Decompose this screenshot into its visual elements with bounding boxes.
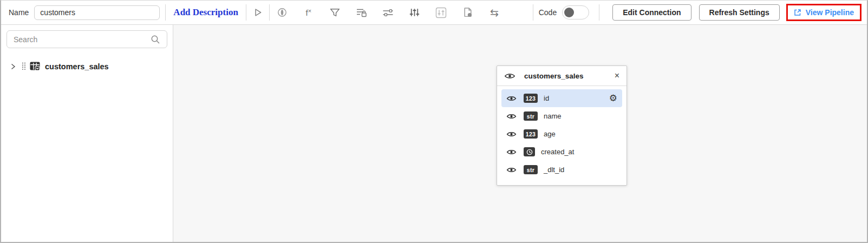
number-badge: 123 bbox=[524, 129, 538, 139]
column-row-id[interactable]: 123 id ⚙ bbox=[501, 89, 622, 107]
chevron-right-icon[interactable] bbox=[10, 63, 16, 70]
code-label: Code bbox=[539, 8, 557, 17]
horizontal-sliders-icon[interactable] bbox=[382, 6, 394, 18]
divider bbox=[246, 4, 246, 21]
eye-icon[interactable] bbox=[506, 130, 517, 138]
sidebar-item-customers-sales[interactable]: customers_sales bbox=[1, 62, 173, 71]
locked-list-icon[interactable] bbox=[356, 6, 368, 18]
tree-item-label: customers_sales bbox=[45, 62, 109, 71]
string-badge: str bbox=[524, 111, 538, 121]
divider bbox=[599, 4, 599, 21]
eye-icon[interactable] bbox=[504, 72, 515, 80]
column-row-age[interactable]: 123 age bbox=[501, 125, 622, 143]
string-badge: str bbox=[524, 165, 538, 174]
refresh-settings-button[interactable]: Refresh Settings bbox=[699, 4, 780, 21]
fx-glyph: f× bbox=[306, 8, 312, 17]
toggle-knob bbox=[564, 8, 574, 17]
eye-icon[interactable] bbox=[506, 148, 517, 156]
external-link-icon bbox=[794, 9, 801, 16]
app-window: Name Add Description f× bbox=[0, 0, 868, 243]
column-name: age bbox=[544, 130, 556, 138]
column-row-created-at[interactable]: created_at bbox=[501, 143, 622, 161]
code-toggle[interactable] bbox=[562, 5, 589, 19]
contrast-icon[interactable] bbox=[276, 6, 288, 18]
number-badge: 123 bbox=[524, 94, 538, 103]
column-name: id bbox=[544, 94, 549, 102]
toolbar-right: Code Edit Connection Refresh Settings Vi… bbox=[527, 4, 867, 21]
edit-connection-button[interactable]: Edit Connection bbox=[612, 4, 691, 21]
column-name: created_at bbox=[541, 148, 574, 156]
canvas[interactable]: customers_sales × 123 id ⚙ bbox=[173, 25, 867, 242]
column-name: name bbox=[544, 112, 562, 120]
annotation-highlight-box: View Pipeline bbox=[786, 4, 862, 21]
search-box bbox=[6, 30, 167, 48]
close-icon[interactable]: × bbox=[615, 71, 619, 80]
play-icon[interactable] bbox=[252, 6, 264, 18]
panel-title: customers_sales bbox=[524, 72, 584, 80]
swap-icon[interactable]: ⇆ bbox=[488, 6, 500, 18]
column-name: _dlt_id bbox=[544, 166, 564, 174]
table-icon bbox=[30, 62, 40, 71]
name-input[interactable] bbox=[34, 5, 160, 20]
boxed-sliders-icon[interactable] bbox=[435, 6, 447, 18]
toolbar: Name Add Description f× bbox=[1, 1, 867, 25]
main-area: customers_sales customers_sales × bbox=[1, 25, 867, 242]
eye-icon[interactable] bbox=[506, 166, 517, 174]
eye-icon[interactable] bbox=[506, 113, 517, 120]
divider bbox=[165, 4, 166, 21]
column-row-name[interactable]: str name bbox=[501, 107, 622, 125]
divider bbox=[533, 4, 533, 21]
filter-icon[interactable] bbox=[329, 6, 341, 18]
vertical-sliders-icon[interactable] bbox=[409, 6, 421, 18]
swap-glyph: ⇆ bbox=[490, 8, 499, 18]
add-description-link[interactable]: Add Description bbox=[173, 7, 238, 18]
panel-rows: 123 id ⚙ str name bbox=[497, 86, 626, 185]
divider bbox=[269, 4, 270, 21]
code-toggle-group: Code bbox=[539, 5, 589, 19]
search-input[interactable] bbox=[14, 35, 151, 44]
transform-icon-group: f× bbox=[276, 6, 500, 18]
formula-icon[interactable]: f× bbox=[303, 6, 315, 18]
view-pipeline-link[interactable]: View Pipeline bbox=[806, 8, 854, 17]
columns-panel: customers_sales × 123 id ⚙ bbox=[497, 65, 627, 186]
sidebar: customers_sales bbox=[1, 25, 173, 242]
panel-header: customers_sales × bbox=[497, 66, 626, 86]
drag-handle-icon[interactable] bbox=[22, 62, 26, 70]
name-label: Name bbox=[9, 8, 29, 17]
search-icon[interactable] bbox=[151, 35, 160, 44]
column-row-dlt-id[interactable]: str _dlt_id bbox=[501, 161, 622, 179]
gear-icon[interactable]: ⚙ bbox=[609, 94, 617, 103]
clock-badge bbox=[524, 147, 535, 156]
file-status-icon[interactable] bbox=[462, 6, 474, 18]
eye-icon[interactable] bbox=[506, 95, 517, 102]
